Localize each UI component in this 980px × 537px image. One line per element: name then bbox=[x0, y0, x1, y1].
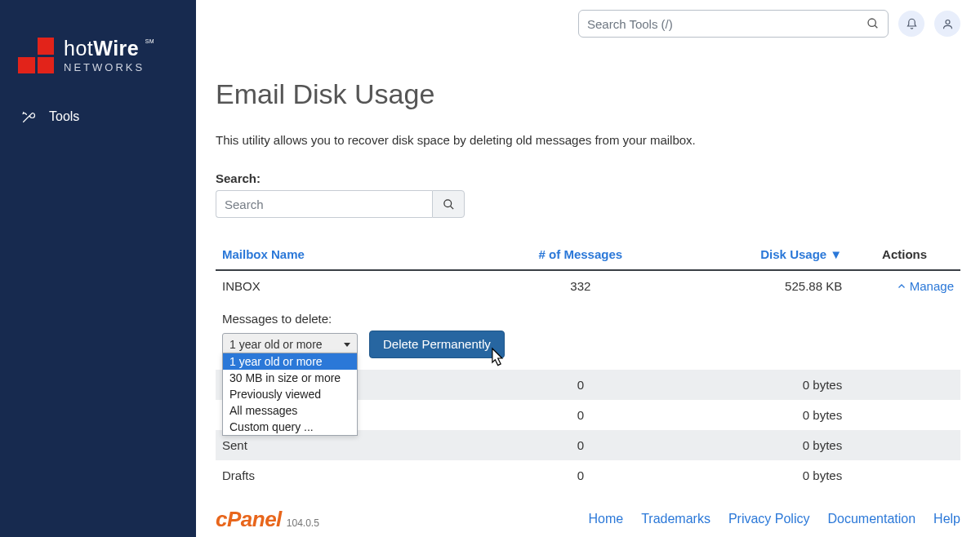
cell-disk: 0 bytes bbox=[662, 460, 849, 490]
cpanel-logo: cPanel 104.0.5 bbox=[216, 507, 319, 532]
page-description: This utility allows you to recover disk … bbox=[216, 133, 960, 147]
svg-point-2 bbox=[946, 20, 950, 24]
manage-panel: Messages to delete: 1 year old or more D… bbox=[216, 302, 960, 370]
cell-disk: 0 bytes bbox=[662, 370, 849, 400]
cell-messages: 332 bbox=[499, 270, 663, 302]
bell-icon bbox=[906, 18, 918, 30]
notifications-button[interactable] bbox=[898, 11, 924, 37]
search-icon bbox=[443, 198, 455, 211]
svg-line-1 bbox=[875, 25, 877, 28]
wrench-icon bbox=[21, 109, 36, 124]
footer-link-documentation[interactable]: Documentation bbox=[827, 512, 915, 526]
svg-line-4 bbox=[450, 206, 453, 209]
col-actions: Actions bbox=[849, 239, 960, 270]
topbar bbox=[196, 0, 980, 47]
cell-disk: 0 bytes bbox=[662, 430, 849, 460]
dropdown-option[interactable]: Custom query ... bbox=[223, 419, 357, 435]
messages-to-delete-label: Messages to delete: bbox=[222, 312, 954, 326]
cell-mailbox-name: INBOX bbox=[216, 270, 499, 302]
dropdown-option[interactable]: Previously viewed bbox=[223, 386, 357, 402]
cell-mailbox-name: Drafts bbox=[216, 460, 499, 490]
delete-filter-dropdown: 1 year old or more 30 MB in size or more… bbox=[222, 353, 358, 436]
footer-link-help[interactable]: Help bbox=[933, 512, 960, 526]
table-row: Drafts 0 0 bytes bbox=[216, 460, 960, 490]
mailbox-search-input[interactable] bbox=[216, 190, 432, 218]
user-icon bbox=[942, 18, 954, 30]
col-messages[interactable]: # of Messages bbox=[499, 239, 663, 270]
sidebar-item-label: Tools bbox=[49, 109, 79, 124]
sidebar: hotWire SM NETWORKS Tools bbox=[0, 0, 196, 537]
account-button[interactable] bbox=[934, 11, 960, 37]
footer-link-privacy[interactable]: Privacy Policy bbox=[728, 512, 810, 526]
table-row: INBOX 332 525.88 KB Manage bbox=[216, 270, 960, 302]
cell-messages: 0 bbox=[499, 400, 663, 430]
search-tools-wrap[interactable] bbox=[578, 10, 889, 38]
cell-messages: 0 bbox=[499, 460, 663, 490]
cell-disk: 0 bytes bbox=[662, 400, 849, 430]
brand-logo: hotWire SM NETWORKS bbox=[0, 0, 196, 98]
footer-link-home[interactable]: Home bbox=[588, 512, 623, 526]
search-label: Search: bbox=[216, 171, 960, 185]
sidebar-item-tools[interactable]: Tools bbox=[0, 98, 196, 135]
dropdown-option[interactable]: 1 year old or more bbox=[223, 353, 357, 370]
search-tools-input[interactable] bbox=[587, 17, 866, 31]
mailbox-table: Mailbox Name # of Messages Disk Usage ▼ … bbox=[216, 239, 960, 490]
dropdown-option[interactable]: 30 MB in size or more bbox=[223, 370, 357, 386]
logo-squares-icon bbox=[18, 38, 54, 73]
cell-disk: 525.88 KB bbox=[662, 270, 849, 302]
page-title: Email Disk Usage bbox=[216, 78, 960, 110]
delete-permanently-button[interactable]: Delete Permanently bbox=[369, 331, 505, 358]
dropdown-option[interactable]: All messages bbox=[223, 402, 357, 419]
svg-point-3 bbox=[443, 199, 451, 206]
footer-link-trademarks[interactable]: Trademarks bbox=[641, 512, 710, 526]
svg-point-0 bbox=[868, 19, 875, 26]
manage-link[interactable]: Manage bbox=[897, 279, 954, 293]
mailbox-search-button[interactable] bbox=[432, 190, 465, 218]
cell-messages: 0 bbox=[499, 430, 663, 460]
footer: cPanel 104.0.5 Home Trademarks Privacy P… bbox=[216, 490, 960, 538]
col-mailbox-name[interactable]: Mailbox Name bbox=[216, 239, 499, 270]
chevron-up-icon bbox=[897, 282, 906, 291]
logo-brand-text: hotWire SM bbox=[64, 38, 145, 59]
cell-messages: 0 bbox=[499, 370, 663, 400]
search-icon bbox=[866, 17, 880, 30]
logo-subtext: NETWORKS bbox=[64, 62, 145, 73]
col-disk-usage[interactable]: Disk Usage ▼ bbox=[662, 239, 849, 270]
